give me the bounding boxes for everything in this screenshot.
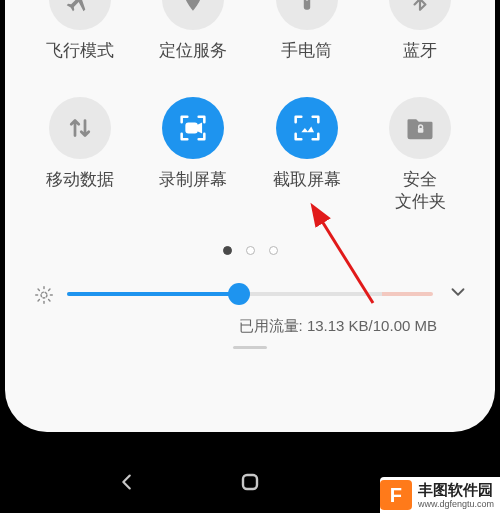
page-indicator[interactable] xyxy=(5,246,495,255)
tile-bluetooth[interactable]: 蓝牙 xyxy=(364,0,478,61)
svg-rect-13 xyxy=(243,475,257,489)
panel-drag-handle[interactable] xyxy=(5,346,495,349)
tile-label: 飞行模式 xyxy=(46,40,114,61)
tile-label: 安全 文件夹 xyxy=(395,169,446,212)
nav-home-button[interactable] xyxy=(220,462,280,502)
quick-settings-panel: 飞行模式 定位服务 手电筒 蓝牙 xyxy=(5,0,495,432)
svg-line-11 xyxy=(49,289,50,290)
secure-folder-icon xyxy=(389,97,451,159)
brightness-expand-button[interactable] xyxy=(447,281,469,307)
svg-line-9 xyxy=(49,299,50,300)
phone-frame: 飞行模式 定位服务 手电筒 蓝牙 xyxy=(0,0,500,513)
screen-record-icon xyxy=(162,97,224,159)
flashlight-icon xyxy=(276,0,338,30)
data-usage-text[interactable]: 已用流量: 13.13 KB/10.00 MB xyxy=(5,317,495,336)
watermark-title: 丰图软件园 xyxy=(418,481,494,500)
page-dot xyxy=(246,246,255,255)
mobile-data-icon xyxy=(49,97,111,159)
tile-label: 定位服务 xyxy=(159,40,227,61)
tile-airplane[interactable]: 飞行模式 xyxy=(23,0,137,61)
tile-flashlight[interactable]: 手电筒 xyxy=(250,0,364,61)
tile-label: 录制屏幕 xyxy=(159,169,227,190)
svg-point-3 xyxy=(41,292,47,298)
svg-line-8 xyxy=(38,289,39,290)
page-dot xyxy=(223,246,232,255)
tile-screenshot[interactable]: 截取屏幕 xyxy=(250,97,364,212)
svg-line-10 xyxy=(38,299,39,300)
screenshot-icon xyxy=(276,97,338,159)
watermark: F 丰图软件园 www.dgfengtu.com xyxy=(380,477,500,513)
brightness-icon xyxy=(33,284,53,304)
brightness-slider[interactable] xyxy=(67,282,433,306)
watermark-badge: F xyxy=(380,480,412,510)
svg-rect-1 xyxy=(187,124,197,133)
tile-label: 移动数据 xyxy=(46,169,114,190)
bluetooth-icon xyxy=(389,0,451,30)
brightness-row xyxy=(5,281,495,307)
location-icon xyxy=(162,0,224,30)
tile-label: 手电筒 xyxy=(281,40,332,61)
tile-mobile-data[interactable]: 移动数据 xyxy=(23,97,137,212)
nav-back-button[interactable] xyxy=(97,462,157,502)
watermark-subtitle: www.dgfengtu.com xyxy=(418,500,494,509)
quick-tiles-grid: 飞行模式 定位服务 手电筒 蓝牙 xyxy=(5,0,495,212)
tile-screen-record[interactable]: 录制屏幕 xyxy=(137,97,251,212)
slider-fill xyxy=(67,292,239,296)
tile-secure-folder[interactable]: 安全 文件夹 xyxy=(364,97,478,212)
tile-label: 蓝牙 xyxy=(403,40,437,61)
tile-location[interactable]: 定位服务 xyxy=(137,0,251,61)
slider-thumb[interactable] xyxy=(228,283,250,305)
svg-rect-2 xyxy=(418,128,424,133)
page-dot xyxy=(269,246,278,255)
airplane-icon xyxy=(49,0,111,30)
tile-label: 截取屏幕 xyxy=(273,169,341,190)
